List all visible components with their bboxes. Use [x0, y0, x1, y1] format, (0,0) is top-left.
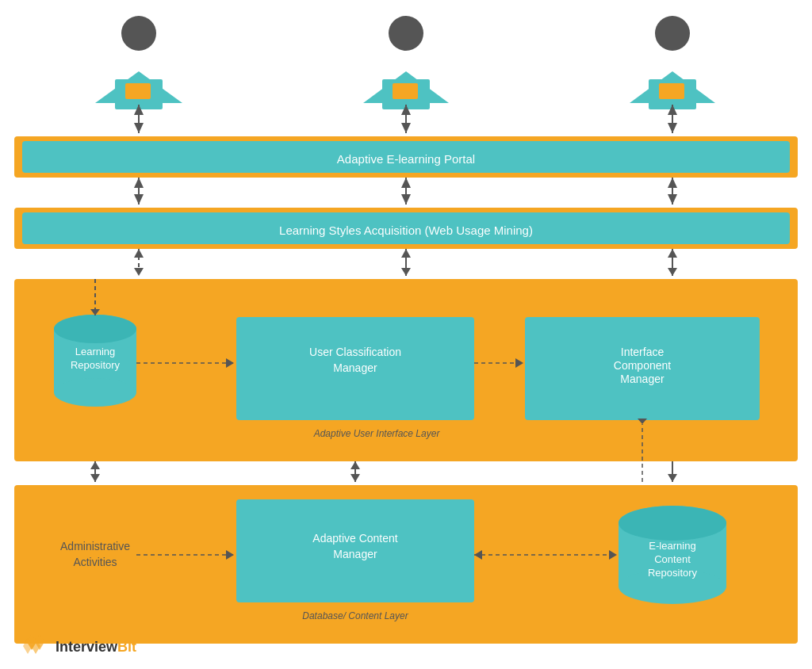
learning-repo-label: Learning	[75, 346, 116, 357]
adaptive-ui-layer-label: Adaptive User Interface Layer	[313, 428, 441, 439]
svg-text:Activities: Activities	[73, 556, 117, 568]
svg-text:Manager: Manager	[333, 548, 377, 560]
elearning-repo-label: E-learning	[649, 540, 695, 552]
svg-point-5	[389, 16, 423, 51]
svg-point-9	[655, 16, 690, 51]
svg-text:Repository: Repository	[648, 567, 698, 579]
svg-rect-12	[659, 83, 684, 99]
svg-rect-8	[393, 83, 418, 99]
adaptive-content-label: Adaptive Content	[312, 532, 398, 545]
user-classification-label: User Classification	[309, 346, 401, 358]
svg-point-80	[619, 506, 726, 541]
learning-styles-label: Learning Styles Acquisition (Web Usage M…	[279, 224, 533, 237]
svg-text:Manager: Manager	[620, 373, 665, 385]
logo-text: InterviewBit	[56, 639, 136, 655]
svg-text:Repository: Repository	[71, 359, 121, 371]
svg-point-47	[54, 378, 136, 407]
db-content-layer-label: Database/ Content Layer	[302, 610, 408, 621]
portal-label: Adaptive E-learning Portal	[337, 152, 475, 166]
svg-text:Content: Content	[654, 553, 691, 565]
diagram: Adaptive E-learning Portal Learning Styl…	[0, 0, 812, 669]
admin-activities-label: Administrative	[60, 540, 130, 552]
svg-point-1	[121, 16, 156, 51]
interface-component-label: Interface	[621, 346, 665, 358]
svg-text:Manager: Manager	[333, 361, 377, 374]
svg-point-48	[54, 315, 136, 343]
svg-rect-4	[125, 83, 151, 99]
svg-text:Component: Component	[614, 359, 671, 372]
